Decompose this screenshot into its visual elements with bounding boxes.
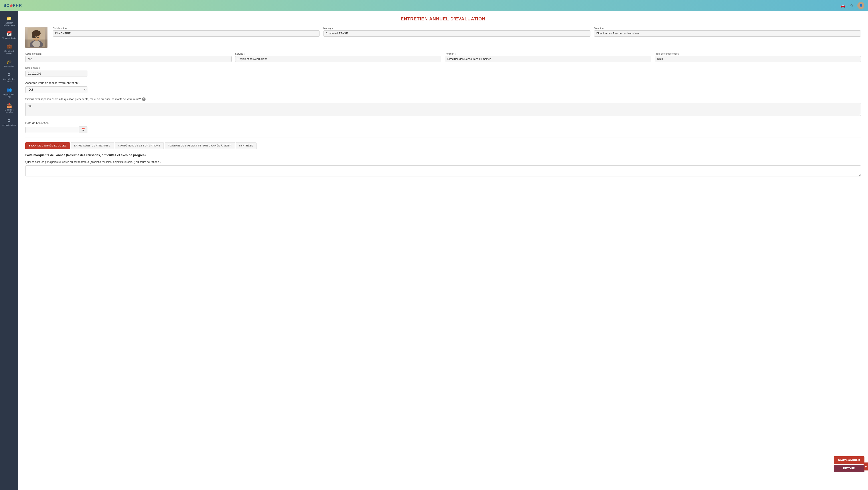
manager-group: Manager : <box>323 27 590 37</box>
date-entretien-input[interactable] <box>25 127 79 133</box>
accept-section: Acceptez-vous de réaliser votre entretie… <box>25 81 861 93</box>
organisation-icon: 👥 <box>6 87 12 93</box>
main-content: ENTRETIEN ANNUEL D'EVALUATION <box>18 11 868 490</box>
profil-group: Profil de compétence : <box>655 52 861 62</box>
date-entree-section: Date d'entrée : <box>25 66 861 77</box>
direction-input <box>594 30 861 37</box>
bilan-section-title: Faits marquants de l'année (Résumé des r… <box>25 153 861 157</box>
top-fields-row: Collaborateur : Manager : Direction : <box>53 27 861 37</box>
sidebar-item-controle[interactable]: ⚙ Contrôle descoûts <box>0 70 18 85</box>
accept-question: Acceptez-vous de réaliser votre entretie… <box>25 81 861 85</box>
tab-bilan[interactable]: BILAN DE L'ANNÉE ÉCOULÉE <box>25 142 70 149</box>
service-input <box>235 56 441 62</box>
tab-vie[interactable]: LA VIE DANS L'ENTREPRISE <box>71 142 114 149</box>
sidebar-item-temps[interactable]: 📅 Temps & Frais <box>0 29 18 41</box>
sous-direction-input <box>25 56 231 62</box>
retour-button[interactable]: RETOUR <box>834 465 864 472</box>
formation-icon: 🎓 <box>6 59 12 64</box>
date-entretien-wrap: 📅 <box>25 126 87 133</box>
refus-question-text: Si vous avez répondu "Non" à la question… <box>25 98 141 101</box>
profile-section: Collaborateur : Manager : Direction : <box>25 27 861 48</box>
bilan-section: Faits marquants de l'année (Résumé des r… <box>25 153 861 177</box>
carriere-icon: 💼 <box>6 44 12 49</box>
bilan-answer-textarea[interactable] <box>25 165 861 177</box>
date-entree-label: Date d'entrée : <box>25 67 41 69</box>
star-icon[interactable]: ☆ <box>848 2 855 9</box>
second-fields-row: Sous direction : Service : Fonction : Pr… <box>25 52 861 62</box>
topbar: SC◆PHR 🚗 ☆ 👤 <box>0 0 868 11</box>
svg-point-2 <box>32 41 40 47</box>
bilan-question: Quelles sont les principales réussites d… <box>25 160 861 163</box>
sidebar-item-formation-label: Formation <box>4 65 14 67</box>
sidebar-item-administration-label: Administration <box>2 124 16 126</box>
temps-icon: 📅 <box>6 31 12 36</box>
collaborateur-label: Collaborateur : <box>53 27 320 30</box>
manager-input <box>323 30 590 37</box>
direction-group: Direction : <box>594 27 861 37</box>
dossier-icon: 📁 <box>6 16 12 21</box>
svg-point-1 <box>30 40 43 47</box>
refus-textarea[interactable]: NA <box>25 103 861 116</box>
sidebar-item-administration[interactable]: ⚙ Administration <box>0 116 18 128</box>
fonction-input <box>445 56 651 62</box>
accept-dropdown[interactable]: Oui Non <box>25 86 87 93</box>
section-divider <box>25 137 861 138</box>
service-label: Service : <box>235 52 441 55</box>
sidebar-item-carriere[interactable]: 💼 Carrière &Talents <box>0 41 18 57</box>
direction-label: Direction : <box>594 27 861 30</box>
sous-direction-group: Sous direction : <box>25 52 231 62</box>
app-logo: SC◆PHR <box>4 3 22 8</box>
tab-synthese[interactable]: SYNTHÈSE <box>236 142 256 149</box>
sidebar-item-controle-label: Contrôle descoûts <box>3 78 15 83</box>
controle-icon: ⚙ <box>7 72 11 77</box>
sidebar-item-export-label: Export dedonnées <box>5 109 14 114</box>
sidebar-item-dossier-label: DossierCollaborateur <box>3 22 15 26</box>
car-icon[interactable]: 🚗 <box>840 2 846 9</box>
calendar-button[interactable]: 📅 <box>79 126 87 133</box>
tab-competences[interactable]: COMPÉTENCES ET FORMATIONS <box>115 142 164 149</box>
date-entretien-section: Date de l'entretien: 📅 <box>25 121 861 133</box>
export-icon: 📤 <box>6 102 12 108</box>
sidebar-item-carriere-label: Carrière &Talents <box>4 50 14 55</box>
fonction-label: Fonction : <box>445 52 651 55</box>
sidebar: 📁 DossierCollaborateur 📅 Temps & Frais 💼… <box>0 11 18 490</box>
sous-direction-label: Sous direction : <box>25 52 231 55</box>
sidebar-item-export[interactable]: 📤 Export dedonnées <box>0 100 18 116</box>
topbar-icons: 🚗 ☆ 👤 <box>840 2 864 9</box>
save-button[interactable]: SAUVEGARDER <box>834 456 864 464</box>
admin-icon: ⚙ <box>7 118 11 123</box>
user-avatar[interactable]: 👤 <box>857 2 864 9</box>
refus-section: Si vous avez répondu "Non" à la question… <box>25 97 861 117</box>
date-entree-input <box>25 70 87 77</box>
refus-question-row: Si vous avez répondu "Non" à la question… <box>25 97 861 101</box>
tabs-bar: BILAN DE L'ANNÉE ÉCOULÉE LA VIE DANS L'E… <box>25 142 861 149</box>
sidebar-item-temps-label: Temps & Frais <box>2 37 16 39</box>
action-buttons: SAUVEGARDER RETOUR <box>834 456 864 472</box>
date-entretien-label: Date de l'entretien: <box>25 121 861 125</box>
help-icon[interactable]: ? <box>142 97 146 101</box>
profile-photo <box>25 27 48 48</box>
collaborateur-group: Collaborateur : <box>53 27 320 37</box>
manager-label: Manager : <box>323 27 590 30</box>
fonction-group: Fonction : <box>445 52 651 62</box>
photo-placeholder <box>25 27 48 48</box>
profil-input <box>655 56 861 62</box>
tab-objectifs[interactable]: FIXATION DES OBJECTIFS SUR L'ANNÉE À VEN… <box>165 142 235 149</box>
service-group: Service : <box>235 52 441 62</box>
collaborateur-input <box>53 30 320 37</box>
sidebar-item-organisation[interactable]: 👥 OrganisationRH <box>0 85 18 100</box>
sidebar-item-dossier[interactable]: 📁 DossierCollaborateur <box>0 13 18 29</box>
sidebar-item-formation[interactable]: 🎓 Formation <box>0 57 18 70</box>
profile-fields: Collaborateur : Manager : Direction : <box>53 27 861 48</box>
page-title: ENTRETIEN ANNUEL D'EVALUATION <box>25 17 861 22</box>
profil-label: Profil de compétence : <box>655 52 861 55</box>
sidebar-item-organisation-label: OrganisationRH <box>3 93 15 98</box>
